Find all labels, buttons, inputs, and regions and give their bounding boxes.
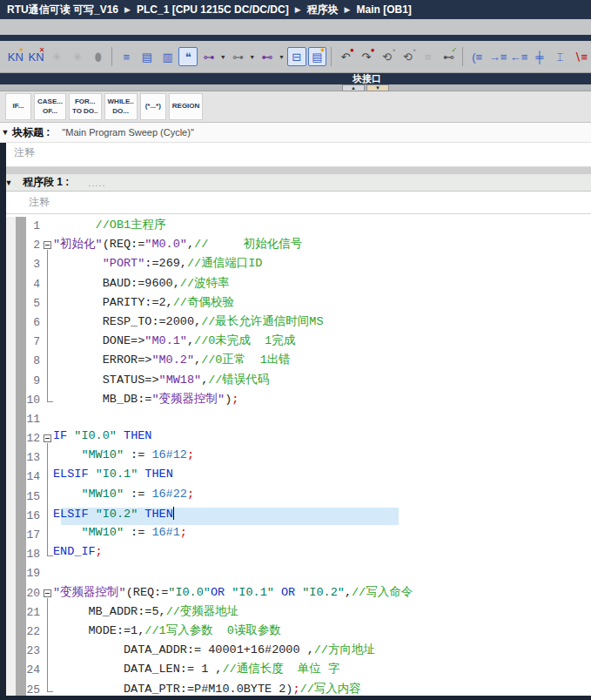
- breakpoint-gutter[interactable]: [16, 352, 26, 371]
- new-network-icon[interactable]: KN✶: [6, 47, 25, 66]
- absolute-toggle-icon[interactable]: ⊟: [287, 47, 306, 66]
- code-line[interactable]: 24 DATA_LEN:= 1 ,//通信长度 单位 字: [0, 661, 591, 680]
- code-line[interactable]: 9 STATUS=>"MW18",//错误代码: [0, 372, 591, 391]
- consistency-check-icon[interactable]: ⊷✓: [440, 47, 459, 66]
- breadcrumb-item[interactable]: Main [OB1]: [357, 3, 412, 16]
- breakpoint-gutter[interactable]: [16, 488, 26, 507]
- code-line[interactable]: 7 DONE=>"M0.1",//0未完成 1完成: [0, 333, 591, 352]
- interface-collapse-button[interactable]: ▼: [366, 84, 389, 91]
- code-line[interactable]: 15 "MW10" := 16#22;: [0, 488, 591, 507]
- goto-usage-icon[interactable]: (≡: [467, 47, 487, 66]
- symbolic-operand-dropdown[interactable]: ▼: [248, 47, 256, 66]
- code-line[interactable]: 6 RESP_TO:=2000,//最长允许通信时间MS: [0, 313, 591, 333]
- outdent-icon[interactable]: ←≡: [509, 47, 528, 66]
- block-title-collapse-icon[interactable]: ▼: [0, 128, 10, 137]
- snippet-while[interactable]: WHILE..DO...: [104, 93, 138, 120]
- fold-collapse-icon[interactable]: [44, 434, 51, 442]
- absolute-operand-icon[interactable]: ⊶: [199, 47, 218, 66]
- code-line[interactable]: 13 "MW10" := 16#12;: [0, 448, 591, 468]
- block-title-value[interactable]: "Main Program Sweep (Cycle)": [62, 127, 193, 138]
- code-line-text[interactable]: ELSIF "I0.1" THEN: [53, 468, 173, 487]
- snippet-for[interactable]: FOR...TO DO..: [69, 93, 102, 120]
- breakpoint-gutter[interactable]: [16, 603, 26, 623]
- interface-splitter[interactable]: ▲ ▼: [0, 84, 591, 91]
- favorites-toggle-icon[interactable]: ▤★: [308, 47, 327, 66]
- update-call-icon[interactable]: ⟲▪: [378, 47, 397, 66]
- breakpoint-gutter[interactable]: [16, 217, 26, 236]
- breakpoint-gutter[interactable]: [16, 507, 26, 526]
- interface-expand-button[interactable]: ▲: [342, 84, 365, 91]
- delete-network-icon[interactable]: KN✕: [27, 47, 46, 66]
- code-line-text[interactable]: DONE=>"M0.1",//0未完成 1完成: [53, 333, 295, 352]
- breakpoint-gutter[interactable]: [16, 468, 26, 487]
- code-line[interactable]: 21 MB_ADDR:=5,//变频器地址: [0, 603, 591, 623]
- line-markers-icon[interactable]: ⌶: [551, 47, 570, 66]
- collapse-networks-icon[interactable]: ▥: [158, 47, 178, 66]
- scl-code-editor[interactable]: 1 //OB1主程序2"初始化"(REQ:="M0.0",// 初始化信号3 "…: [0, 214, 591, 700]
- code-line[interactable]: 8 ERROR=>"M0.2",//0正常 1出错: [0, 352, 591, 371]
- breakpoint-gutter[interactable]: [16, 391, 26, 410]
- code-line-text[interactable]: MODE:=1,//1写入参数 0读取参数: [53, 623, 281, 642]
- indent-icon[interactable]: →≡: [488, 47, 507, 66]
- symbolic-operand-icon[interactable]: ⊶: [229, 47, 248, 66]
- snippet-case[interactable]: CASE...OF...: [34, 93, 66, 120]
- breakpoint-gutter[interactable]: [16, 448, 26, 468]
- expand-networks-icon[interactable]: ▤: [138, 47, 157, 66]
- code-line[interactable]: 19: [0, 564, 591, 583]
- breakpoint-gutter[interactable]: [16, 584, 26, 603]
- paragraph-icon[interactable]: ≡: [419, 47, 438, 66]
- operand-kn-dropdown[interactable]: ▼: [278, 47, 285, 66]
- code-line-text[interactable]: RESP_TO:=2000,//最长允许通信时间MS: [53, 313, 324, 333]
- code-line[interactable]: 22 MODE:=1,//1写入参数 0读取参数: [0, 623, 591, 642]
- update-all-calls-icon[interactable]: ⟲▪: [398, 47, 417, 66]
- breakpoint-gutter[interactable]: [16, 429, 26, 448]
- block-interface-bar[interactable]: 块接口: [0, 73, 591, 84]
- code-line[interactable]: 20"变频器控制"(REQ:="I0.0"OR "I0.1" OR "I0.2"…: [0, 584, 591, 603]
- breakpoint-gutter[interactable]: [16, 661, 26, 680]
- format-icon[interactable]: ╪: [530, 47, 549, 66]
- insert-row-before-icon[interactable]: ✳: [47, 47, 66, 66]
- breakpoint-gutter[interactable]: [16, 372, 26, 391]
- network-header[interactable]: ▼ 程序段 1 : .....: [0, 174, 591, 192]
- code-line-text[interactable]: ERROR=>"M0.2",//0正常 1出错: [53, 352, 291, 371]
- breakpoint-gutter[interactable]: [16, 255, 26, 274]
- block-comment-field[interactable]: 注释: [0, 143, 591, 167]
- code-line-text[interactable]: //OB1主程序: [53, 217, 166, 236]
- code-line-text[interactable]: IF "I0.0" THEN: [53, 429, 151, 448]
- code-line[interactable]: 1 //OB1主程序: [0, 217, 591, 236]
- code-line[interactable]: 12IF "I0.0" THEN: [0, 429, 591, 448]
- code-line[interactable]: 5 PARITY:=2,//奇偶校验: [0, 294, 591, 313]
- snippet-comment[interactable]: (*...*): [140, 93, 166, 120]
- code-line[interactable]: 2"初始化"(REQ:="M0.0",// 初始化信号: [0, 236, 591, 255]
- code-line[interactable]: 11: [0, 410, 591, 429]
- next-error-icon[interactable]: ↷●: [357, 47, 376, 66]
- fold-collapse-icon[interactable]: [44, 589, 51, 597]
- breakpoint-gutter[interactable]: [16, 236, 26, 255]
- breakpoint-gutter[interactable]: [16, 642, 26, 661]
- prev-error-icon[interactable]: ↶●: [336, 47, 355, 66]
- breakpoint-gutter[interactable]: [16, 564, 26, 583]
- breakpoint-gutter[interactable]: [16, 526, 26, 545]
- network-comment-field[interactable]: 注释: [0, 192, 591, 214]
- code-line[interactable]: 23 DATA_ADDR:= 40001+16#2000 ,//方向地址: [0, 642, 591, 661]
- code-line[interactable]: 14ELSIF "I0.1" THEN: [0, 468, 591, 487]
- breadcrumb-item[interactable]: PLC_1 [CPU 1215C DC/DC/DC]: [137, 3, 289, 16]
- insert-row-after-icon[interactable]: ✳: [68, 47, 87, 66]
- code-line[interactable]: 18END_IF;: [0, 545, 591, 564]
- code-line-text[interactable]: ELSIF "I0.2" THEN: [53, 507, 174, 526]
- code-line-text[interactable]: "MW10" := 16#12;: [53, 448, 194, 468]
- code-line[interactable]: 10 MB_DB:="变频器控制");: [0, 391, 591, 410]
- code-line[interactable]: 4 BAUD:=9600,//波特率: [0, 275, 591, 294]
- code-line-text[interactable]: "变频器控制"(REQ:="I0.0"OR "I0.1" OR "I0.2",/…: [53, 584, 413, 603]
- breakpoint-gutter[interactable]: [16, 623, 26, 642]
- code-line-text[interactable]: END_IF;: [53, 545, 103, 564]
- breakpoint-gutter[interactable]: [16, 313, 26, 333]
- breakpoint-gutter[interactable]: [16, 333, 26, 352]
- code-line[interactable]: 16ELSIF "I0.2" THEN: [0, 507, 591, 526]
- absolute-operand-dropdown[interactable]: ▼: [219, 47, 227, 66]
- code-line-text[interactable]: "MW10" := 16#22;: [53, 488, 194, 507]
- code-line-text[interactable]: "PORT":=269,//通信端口ID: [53, 255, 262, 274]
- breadcrumb-item[interactable]: 程序块: [307, 3, 339, 17]
- retain-icon[interactable]: ⬮: [89, 47, 108, 66]
- code-line[interactable]: 3 "PORT":=269,//通信端口ID: [0, 255, 591, 274]
